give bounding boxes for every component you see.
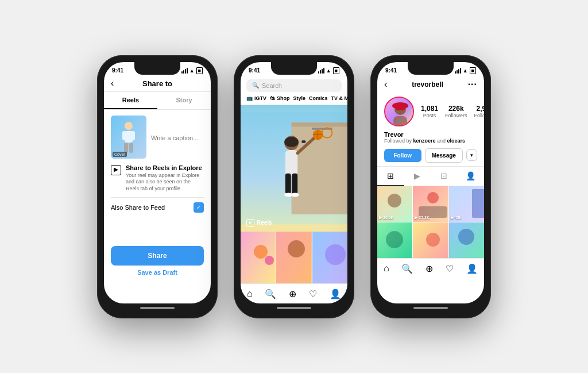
phone-3-notch	[408, 62, 454, 75]
svg-rect-9	[292, 122, 347, 126]
grid-count-3: ▶ 45k	[451, 216, 462, 220]
profile-grid-2: ▶ 37.3K	[413, 186, 448, 222]
nav-home-2[interactable]: ⌂	[247, 289, 253, 299]
status-icons-1: ▲ ■	[181, 67, 203, 74]
tag-comics[interactable]: Comics	[309, 95, 328, 101]
grid-cell-3	[312, 232, 347, 283]
svg-rect-13	[301, 140, 305, 143]
tab-reels[interactable]: Reels	[104, 92, 157, 109]
profile-tab-tagged[interactable]: ⊡	[431, 167, 458, 186]
phone-3: 9:41 ▲ ■ ‹ trevorbell ···	[370, 55, 491, 318]
back-button-1[interactable]: ‹	[111, 78, 114, 89]
profile-actions: Follow Message ▾	[377, 146, 484, 166]
profile-tab-grid[interactable]: ⊞	[377, 167, 404, 186]
message-button[interactable]: Message	[425, 148, 463, 163]
phone3-nav: ⌂ 🔍 ⊕ ♡ 👤	[377, 258, 484, 279]
svg-point-26	[254, 245, 268, 259]
profile-grid-4	[377, 222, 412, 258]
igtv-icon: 📺	[246, 95, 253, 101]
profile-grid: ▶ 30.2K ▶ 37.3K	[377, 186, 484, 258]
profile-tab-user[interactable]: 👤	[458, 167, 485, 186]
profile-grid-6	[449, 222, 484, 258]
svg-point-1	[125, 122, 133, 130]
nav-search-3[interactable]: 🔍	[401, 263, 413, 274]
posts-label: Posts	[421, 113, 438, 118]
play-icon-2: ▶	[415, 216, 417, 220]
play-icon-1: ▶	[379, 216, 382, 220]
profile-tab-reels[interactable]: ▶	[404, 167, 431, 186]
svg-rect-3	[122, 131, 126, 140]
profile-name-section: Trevor Followed by kenzoere and eloears	[377, 131, 484, 146]
nav-add-2[interactable]: ⊕	[289, 289, 296, 299]
battery-icon-2: ■	[333, 67, 339, 74]
posts-count: 1,081	[421, 105, 438, 113]
tag-style[interactable]: Style	[293, 95, 306, 101]
share-reels-text: Share to Reels in Explore Your reel may …	[126, 164, 204, 193]
home-indicator-3	[413, 307, 448, 309]
profile-section: 1,081 Posts 226k Followers 2,943 Followi…	[377, 93, 484, 131]
status-icons-2: ▲ ■	[318, 67, 339, 74]
battery-icon-3: ■	[470, 67, 476, 74]
stat-following: 2,943 Following	[474, 105, 484, 118]
tag-shop[interactable]: 🛍 Shop	[270, 95, 290, 101]
nav-add-3[interactable]: ⊕	[425, 263, 433, 274]
phone-1-notch	[134, 62, 180, 75]
explore-tags: 📺 IGTV 🛍 Shop Style Comics TV & Movie	[241, 95, 347, 105]
profile-menu-icon[interactable]: ···	[468, 79, 477, 90]
tab-story[interactable]: Story	[157, 92, 211, 109]
reels-text: Reels	[257, 220, 272, 226]
svg-point-40	[427, 192, 439, 203]
dropdown-button[interactable]: ▾	[466, 149, 477, 161]
profile-username: trevorbell	[412, 80, 443, 89]
nav-home-3[interactable]: ⌂	[384, 263, 389, 274]
svg-rect-6	[129, 143, 133, 153]
nav-heart-3[interactable]: ♡	[446, 263, 454, 274]
svg-rect-34	[393, 116, 407, 126]
following-label: Following	[474, 113, 484, 118]
signal-icon-1	[181, 68, 188, 74]
nav-profile-2[interactable]: 👤	[330, 289, 341, 299]
nav-profile-3[interactable]: 👤	[466, 263, 478, 274]
cover-label: Cover	[113, 152, 127, 157]
follower-2[interactable]: eloears	[447, 138, 466, 144]
phone-1-screen: 9:41 ▲ ■ ‹ Share to	[104, 62, 211, 303]
signal-icon-3	[455, 68, 461, 74]
profile-grid-3: ▶ 45k	[449, 186, 484, 222]
svg-point-38	[388, 194, 401, 207]
home-indicator-2	[277, 307, 311, 309]
svg-rect-4	[131, 131, 135, 140]
wifi-icon-1: ▲	[189, 68, 195, 74]
nav-search-2[interactable]: 🔍	[265, 289, 276, 299]
phone-1: 9:41 ▲ ■ ‹ Share to	[97, 55, 218, 318]
svg-rect-22	[292, 173, 297, 193]
search-bar[interactable]: 🔍 Search	[246, 79, 342, 92]
reels-icon	[111, 165, 121, 175]
grid-cell-2	[276, 232, 311, 283]
tag-tv[interactable]: TV & Movie	[331, 95, 347, 101]
status-time-1: 9:41	[112, 67, 123, 74]
shop-icon: 🛍	[270, 95, 275, 101]
nav-heart-2[interactable]: ♡	[309, 289, 317, 299]
also-share-checkbox[interactable]: ✓	[194, 202, 204, 213]
play-icon	[249, 221, 252, 224]
svg-rect-36	[396, 106, 405, 110]
stat-posts: 1,081 Posts	[421, 105, 438, 118]
wifi-icon-3: ▲	[463, 68, 468, 74]
share-button[interactable]: Share	[111, 246, 204, 266]
reels-label: Reels	[246, 218, 272, 227]
profile-avatar	[384, 97, 414, 126]
caption-input[interactable]	[151, 116, 211, 159]
phones-container: 9:41 ▲ ■ ‹ Share to	[97, 55, 491, 318]
follow-button[interactable]: Follow	[384, 149, 421, 162]
search-text: Search	[262, 82, 282, 89]
followed-by-text: Followed by kenzoere and eloears	[384, 138, 477, 144]
save-draft-button[interactable]: Save as Draft	[111, 269, 204, 276]
profile-back-icon[interactable]: ‹	[384, 79, 387, 90]
tag-igtv[interactable]: 📺 IGTV	[246, 95, 266, 101]
follower-1[interactable]: kenzoere	[413, 138, 436, 144]
profile-name: Trevor	[384, 131, 477, 138]
phone-2-screen: 9:41 ▲ ■ 🔍 Search	[241, 62, 347, 303]
phone-2-notch	[271, 62, 317, 75]
profile-grid-1: ▶ 30.2K	[377, 186, 412, 222]
svg-point-24	[291, 193, 299, 197]
